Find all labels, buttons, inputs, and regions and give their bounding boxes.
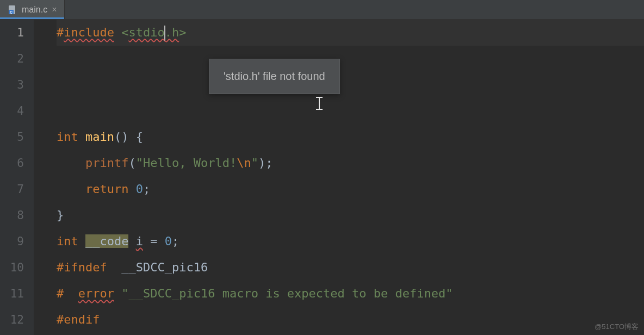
code-line[interactable]: int main() { <box>57 124 644 150</box>
tab-filename: main.c <box>22 5 47 15</box>
line-number[interactable]: 2 <box>0 46 24 72</box>
c-file-icon: C <box>8 5 17 15</box>
line-number[interactable]: 11 <box>0 281 24 307</box>
line-number[interactable]: 6 <box>0 150 24 176</box>
code-line[interactable]: printf("Hello, World!\n"); <box>57 150 644 176</box>
line-number[interactable]: 3 <box>0 72 24 98</box>
svg-text:C: C <box>10 10 13 14</box>
code-line[interactable]: #ifndef __SDCC_pic16 <box>57 255 644 281</box>
code-line[interactable]: # error "__SDCC_pic16 macro is expected … <box>57 281 644 307</box>
line-number[interactable]: 5 <box>0 124 24 150</box>
line-number[interactable]: 7 <box>0 176 24 202</box>
line-number[interactable]: 1 <box>0 20 24 46</box>
code-line[interactable]: #include <stdio.h> <box>57 20 644 46</box>
code-line[interactable] <box>57 98 644 124</box>
line-number[interactable]: 9 <box>0 228 24 255</box>
code-line[interactable] <box>57 72 644 98</box>
close-icon[interactable]: × <box>52 5 57 15</box>
tooltip-text: 'stdio.h' file not found <box>224 70 325 82</box>
line-number[interactable]: 10 <box>0 255 24 281</box>
code-line[interactable] <box>57 46 644 72</box>
watermark: @51CTO博客 <box>595 322 639 332</box>
line-number[interactable]: 8 <box>0 202 24 228</box>
code-line[interactable]: int __code i = 0; <box>57 228 644 255</box>
line-number[interactable]: 12 <box>0 307 24 333</box>
tab-main-c[interactable]: C main.c × <box>0 0 65 19</box>
code-line[interactable]: return 0; <box>57 176 644 202</box>
error-tooltip: 'stdio.h' file not found <box>209 59 340 94</box>
code-line[interactable]: } <box>57 202 644 228</box>
code-line[interactable]: #endif <box>57 307 644 333</box>
tab-bar: C main.c × <box>0 0 644 20</box>
line-number[interactable]: 4 <box>0 98 24 124</box>
gutter: 1 2 3 4 5 6 7 8 9 10 11 12 <box>0 20 34 335</box>
